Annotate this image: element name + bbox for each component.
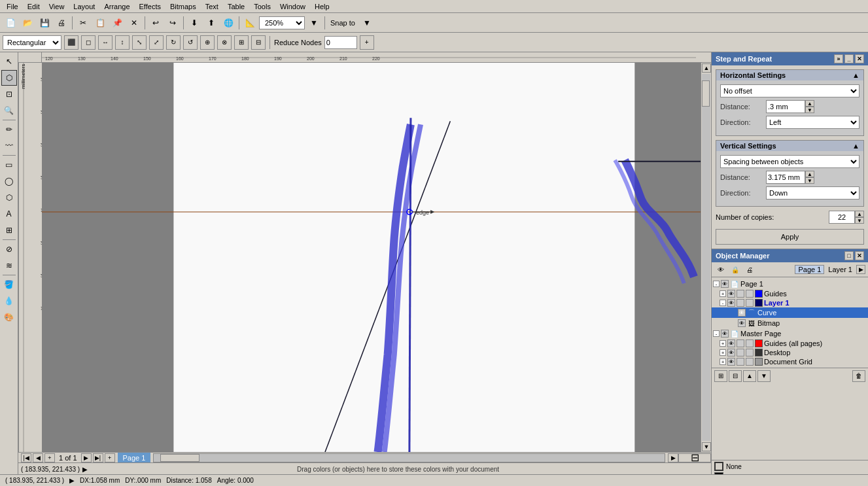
- apply-button[interactable]: Apply: [716, 229, 864, 245]
- undo-btn[interactable]: ↩: [148, 15, 164, 31]
- menu-layout[interactable]: Layout: [69, 1, 99, 12]
- v-direction-select[interactable]: Down: [766, 186, 859, 200]
- vertical-collapse-btn[interactable]: ▲: [852, 142, 859, 150]
- bitmap-eye[interactable]: 👁: [738, 319, 746, 327]
- prop-btn9[interactable]: ⊕: [200, 35, 215, 50]
- smart-draw-tool[interactable]: 〰: [1, 138, 17, 154]
- print-btn[interactable]: 🖨: [54, 15, 69, 31]
- docgrid-eye[interactable]: 👁: [727, 358, 735, 366]
- hscroll-right-btn[interactable]: ▶: [668, 453, 678, 462]
- tree-page1[interactable]: - 👁 📄 Page 1: [712, 279, 868, 289]
- docgrid-print[interactable]: [746, 358, 754, 366]
- shape-select[interactable]: Rectangular: [3, 35, 61, 50]
- obj-manager-maximize-btn[interactable]: □: [844, 251, 854, 260]
- tree-curve[interactable]: 👁 ⌒ Curve: [712, 307, 868, 318]
- docgrid-lock[interactable]: [737, 358, 744, 366]
- snap-dropdown[interactable]: 📐: [242, 15, 258, 31]
- cut-btn[interactable]: ✂: [75, 15, 91, 31]
- obj-delete-btn[interactable]: 🗑: [852, 370, 865, 382]
- guides-eye[interactable]: 👁: [727, 290, 735, 298]
- tab-page1[interactable]: Page 1: [795, 265, 824, 274]
- zoom-dropdown[interactable]: ▼: [306, 15, 322, 31]
- reduce-nodes-input[interactable]: [324, 36, 357, 49]
- prop-btn3[interactable]: ↔: [98, 35, 113, 50]
- redo-btn[interactable]: ↪: [165, 15, 181, 31]
- desktop-print[interactable]: [746, 349, 754, 356]
- table-tool[interactable]: ⊞: [1, 222, 17, 238]
- prop-btn5[interactable]: ⤡: [132, 35, 147, 50]
- menu-arrange[interactable]: Arrange: [100, 1, 133, 12]
- publish-btn[interactable]: 🌐: [220, 15, 236, 31]
- guides-toggle[interactable]: +: [720, 290, 726, 297]
- prop-btn4[interactable]: ↕: [115, 35, 130, 50]
- polygon-tool[interactable]: ⬡: [1, 190, 17, 205]
- tree-desktop[interactable]: + 👁 Desktop: [712, 348, 868, 357]
- h-distance-input[interactable]: [766, 100, 805, 113]
- horizontal-collapse-btn[interactable]: ▲: [852, 71, 859, 79]
- vscroll-track[interactable]: [702, 74, 710, 441]
- hscroll-thumb[interactable]: [160, 454, 200, 462]
- prop-btn6[interactable]: ⤢: [149, 35, 164, 50]
- add-page-right-btn[interactable]: +: [105, 453, 115, 462]
- obj-manager-close-btn[interactable]: ✕: [855, 251, 864, 260]
- blend-tool[interactable]: ≋: [1, 258, 17, 273]
- tree-docgrid[interactable]: + 👁 Document Grid: [712, 357, 868, 366]
- prop-btn1[interactable]: ⬛: [64, 35, 78, 50]
- zoom-tool[interactable]: 🔍: [1, 103, 17, 118]
- copy-btn[interactable]: 📋: [92, 15, 108, 31]
- prop-btn2[interactable]: ◻: [81, 35, 95, 50]
- h-distance-down[interactable]: ▼: [805, 107, 814, 113]
- ellipse-tool[interactable]: ◯: [1, 173, 17, 189]
- menu-window[interactable]: Window: [276, 1, 309, 12]
- menu-table[interactable]: Table: [224, 1, 249, 12]
- desktop-toggle[interactable]: +: [720, 349, 726, 356]
- desktop-lock[interactable]: [737, 349, 744, 356]
- guides-all-eye[interactable]: 👁: [727, 339, 735, 347]
- crop-tool[interactable]: ⊡: [1, 86, 17, 102]
- obj-panel-arrow[interactable]: ▶: [856, 265, 865, 274]
- menu-help[interactable]: Help: [311, 1, 334, 12]
- add-page-left-btn[interactable]: +: [44, 453, 55, 462]
- obj-print-btn[interactable]: 🖨: [743, 264, 756, 275]
- text-tool[interactable]: A: [1, 206, 17, 222]
- vscroll-up[interactable]: ▲: [702, 63, 711, 73]
- obj-move-up-btn[interactable]: ▲: [743, 370, 756, 382]
- obj-move-down-btn[interactable]: ▼: [757, 370, 771, 382]
- first-page-btn[interactable]: |◀: [21, 453, 31, 462]
- import-btn[interactable]: ⬇: [186, 15, 202, 31]
- last-page-btn[interactable]: ▶|: [93, 453, 103, 462]
- layer1-toggle[interactable]: -: [720, 300, 726, 306]
- interactive-fill-tool[interactable]: 🎨: [1, 309, 17, 325]
- fill-tool[interactable]: 🪣: [1, 277, 17, 292]
- menu-edit[interactable]: Edit: [24, 1, 44, 12]
- step-repeat-minimize-btn[interactable]: _: [844, 54, 854, 63]
- fill-swatch[interactable]: [714, 462, 723, 471]
- step-repeat-expand-btn[interactable]: »: [834, 54, 843, 63]
- eyedropper-tool[interactable]: 💧: [1, 293, 17, 309]
- tree-masterpage[interactable]: - 👁 📄 Master Page: [712, 328, 868, 339]
- bottom-arrow[interactable]: ▶: [69, 477, 75, 484]
- snap-to-dropdown[interactable]: ▼: [359, 15, 375, 31]
- menu-tools[interactable]: Tools: [250, 1, 275, 12]
- open-btn[interactable]: 📂: [20, 15, 35, 31]
- obj-new-layer-btn[interactable]: ⊞: [714, 370, 727, 382]
- desktop-eye[interactable]: 👁: [727, 349, 735, 356]
- guides-lock[interactable]: [737, 290, 744, 298]
- page1-toggle[interactable]: -: [713, 281, 720, 287]
- masterpage-toggle[interactable]: -: [713, 330, 720, 337]
- new-btn[interactable]: 📄: [3, 15, 18, 31]
- copies-input[interactable]: [829, 211, 855, 224]
- hscroll-bar[interactable]: [153, 453, 665, 462]
- scrollbar-expand-btn[interactable]: ⊟: [678, 453, 711, 462]
- prop-btn10[interactable]: ⊗: [217, 35, 232, 50]
- h-distance-up[interactable]: ▲: [805, 100, 814, 107]
- select-tool[interactable]: ↖: [1, 54, 17, 69]
- v-distance-down[interactable]: ▼: [805, 177, 814, 184]
- vscroll-thumb[interactable]: [702, 80, 710, 107]
- obj-show-all-btn[interactable]: 👁: [714, 264, 727, 275]
- step-repeat-close-btn[interactable]: ✕: [855, 54, 864, 63]
- next-page-btn[interactable]: ▶: [81, 453, 92, 462]
- h-direction-select[interactable]: Left: [766, 116, 859, 129]
- menu-effects[interactable]: Effects: [135, 1, 165, 12]
- v-distance-input[interactable]: [766, 171, 805, 184]
